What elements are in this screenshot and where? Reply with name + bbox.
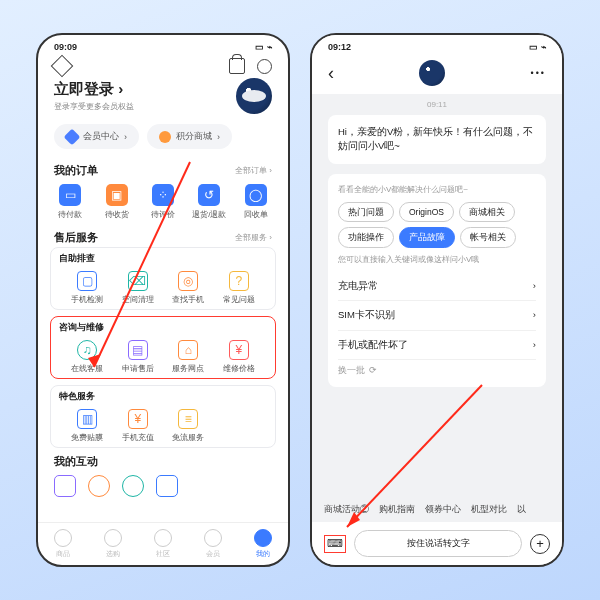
bag-icon [54, 529, 72, 547]
timestamp: 09:11 [312, 94, 562, 115]
more-icon[interactable]: ••• [531, 68, 546, 78]
chat-icon: ⁘ [152, 184, 174, 206]
status-bar: 09:09 ▭ ⌁ [38, 35, 288, 52]
section-after: 售后服务 全部服务 › [38, 224, 288, 247]
wallet-icon: ▭ [59, 184, 81, 206]
sugg-broken[interactable]: 手机或配件坏了› [338, 331, 536, 360]
refresh-button[interactable]: 换一批⟳ [338, 364, 536, 377]
topup-icon: ¥ [128, 409, 148, 429]
pill-points[interactable]: 积分商城› [147, 124, 232, 149]
inter-row [38, 471, 288, 497]
bot-avatar [419, 60, 445, 86]
svc-topup[interactable]: ¥手机充值 [114, 409, 163, 443]
after-more[interactable]: 全部服务 › [235, 232, 272, 243]
search-icon[interactable] [257, 59, 272, 74]
price-icon: ¥ [229, 340, 249, 360]
cart-icon[interactable] [229, 58, 245, 74]
svc-film[interactable]: ▥免费贴膜 [63, 409, 112, 443]
tab-me[interactable]: 我的 [238, 529, 288, 559]
inter-1[interactable] [54, 475, 76, 497]
settings-icon[interactable] [51, 55, 74, 78]
tag-row: 热门问题 OriginOS 商城相关 功能操作 产品故障 帐号相关 [338, 202, 536, 249]
phone-left: 09:09 ▭ ⌁ 立即登录 › 登录享受更多会员权益 会员中心› 积分商城› … [36, 33, 290, 567]
login-subtitle: 登录享受更多会员权益 [54, 101, 134, 112]
phone-icon: ▢ [77, 271, 97, 291]
svc-find[interactable]: ◎查找手机 [164, 271, 213, 305]
status-time: 09:12 [328, 42, 351, 52]
keyboard-icon[interactable]: ⌨ [324, 535, 346, 553]
chevron-right-icon: › [533, 338, 536, 352]
sugg-charge[interactable]: 充电异常› [338, 272, 536, 301]
tab-community[interactable]: 社区 [138, 529, 188, 559]
svc-online[interactable]: ♫在线客服 [63, 340, 112, 374]
sugg-sim[interactable]: SIM卡不识别› [338, 301, 536, 330]
status-right: ▭ ⌁ [529, 42, 546, 52]
order-return[interactable]: ↺退货/退款 [187, 184, 231, 220]
chip-coupon[interactable]: 领券中心 [425, 504, 461, 516]
chevron-right-icon: › [533, 279, 536, 293]
orders-more[interactable]: 全部订单 › [235, 165, 272, 176]
question-icon: ? [229, 271, 249, 291]
suggest-title: 看看全能的小V都能解决什么问题吧~ [338, 184, 536, 196]
bubble-greeting: Hi，亲爱的V粉，新年快乐！有什么问题，不妨问问小V吧~ [328, 115, 546, 164]
status-right: ▭ ⌁ [255, 42, 272, 52]
voice-button[interactable]: 按住说话转文字 [354, 530, 522, 557]
tag-mall[interactable]: 商城相关 [459, 202, 515, 223]
pill-row: 会员中心› 积分商城› [38, 116, 288, 157]
tab-member[interactable]: 会员 [188, 529, 238, 559]
tag-func[interactable]: 功能操作 [338, 227, 394, 248]
locate-icon: ◎ [178, 271, 198, 291]
chevron-right-icon: › [118, 80, 123, 97]
avatar[interactable] [236, 78, 272, 114]
back-icon[interactable]: ‹ [328, 63, 334, 84]
svc-apply[interactable]: ▤申请售后 [114, 340, 163, 374]
chip-guide[interactable]: 购机指南 [379, 504, 415, 516]
status-bar: 09:12 ▭ ⌁ [312, 35, 562, 52]
tag-origin[interactable]: OriginOS [399, 202, 454, 223]
order-review[interactable]: ⁘待评价 [141, 184, 185, 220]
chip-promo[interactable]: 商城活动② [324, 504, 369, 516]
svc-price[interactable]: ¥维修价格 [215, 340, 264, 374]
svc-faq[interactable]: ?常见问题 [215, 271, 264, 305]
chat-header: ‹ ••• [312, 52, 562, 94]
tab-shop[interactable]: 商品 [38, 529, 88, 559]
tag-account[interactable]: 帐号相关 [460, 227, 516, 248]
svc-detect[interactable]: ▢手机检测 [63, 271, 112, 305]
tab-buy[interactable]: 选购 [88, 529, 138, 559]
after-title: 售后服务 [54, 230, 98, 245]
svc-store[interactable]: ⌂服务网点 [164, 340, 213, 374]
chip-more[interactable]: 以 [517, 504, 526, 516]
login-block[interactable]: 立即登录 › 登录享受更多会员权益 [38, 76, 288, 116]
inter-2[interactable] [88, 475, 110, 497]
recycle-icon: ◯ [245, 184, 267, 206]
orders-row: ▭待付款 ▣待收货 ⁘待评价 ↺退货/退款 ◯回收单 [38, 180, 288, 224]
tip: 您可以直接输入关键词或像这样问小V哦 [338, 254, 536, 266]
status-time: 09:09 [54, 42, 77, 52]
plus-icon[interactable]: + [530, 534, 550, 554]
order-pay[interactable]: ▭待付款 [48, 184, 92, 220]
chip-compare[interactable]: 机型对比 [471, 504, 507, 516]
people-icon [154, 529, 172, 547]
diamond-icon [64, 128, 81, 145]
order-ship[interactable]: ▣待收货 [94, 184, 138, 220]
tag-hot[interactable]: 热门问题 [338, 202, 394, 223]
input-bar: ⌨ 按住说话转文字 + [312, 522, 562, 565]
order-recycle[interactable]: ◯回收单 [234, 184, 278, 220]
inter-3[interactable] [122, 475, 144, 497]
box-special: 特色服务 ▥免费贴膜 ¥手机充值 ≡免流服务 [50, 385, 276, 448]
pill-member[interactable]: 会员中心› [54, 124, 139, 149]
inter-4[interactable] [156, 475, 178, 497]
svc-clean[interactable]: ⌫空间清理 [114, 271, 163, 305]
box-self: 自助排查 ▢手机检测 ⌫空间清理 ◎查找手机 ?常见问题 [50, 247, 276, 310]
orders-title: 我的订单 [54, 163, 98, 178]
section-inter: 我的互动 [38, 448, 288, 471]
form-icon: ▤ [128, 340, 148, 360]
return-icon: ↺ [198, 184, 220, 206]
svc-flow[interactable]: ≡免流服务 [164, 409, 213, 443]
box-consult: 咨询与维修 ♫在线客服 ▤申请售后 ⌂服务网点 ¥维修价格 [50, 316, 276, 379]
data-icon: ≡ [178, 409, 198, 429]
headset-icon: ♫ [77, 340, 97, 360]
crown-icon [204, 529, 222, 547]
header [38, 52, 288, 76]
tag-fault[interactable]: 产品故障 [399, 227, 455, 248]
